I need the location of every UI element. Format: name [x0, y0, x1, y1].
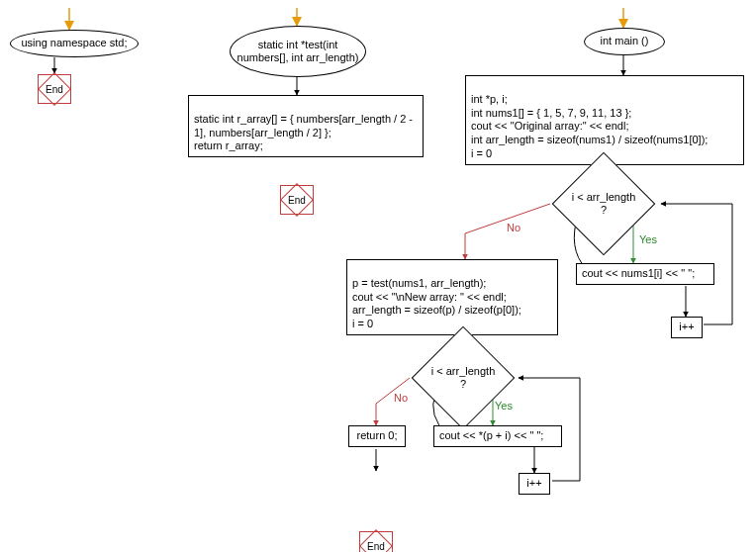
block1-entry-ellipse: using namespace std; [10, 30, 139, 57]
block2-entry-text: static int *test(int numbers[], int arr_… [236, 39, 359, 64]
block2-entry-ellipse: static int *test(int numbers[], int arr_… [230, 26, 366, 77]
cond1-no-label: No [507, 222, 520, 233]
flowchart-canvas: using namespace std; End static int *tes… [0, 0, 756, 552]
main-init-rect: int *p, i; int nums1[] = { 1, 5, 7, 9, 1… [465, 75, 744, 165]
main-loop1-inc-text: i++ [679, 321, 694, 332]
main-after1-rect: p = test(nums1, arr_length); cout << "\n… [346, 259, 558, 335]
main-end-symbol: End [359, 531, 393, 552]
main-entry-text: int main () [601, 35, 649, 47]
main-cond2-decision: i < arr_length ? [426, 341, 500, 414]
main-loop2-inc-rect: i++ [519, 473, 550, 495]
main-return-rect: return 0; [348, 425, 406, 447]
main-cond2-label: i < arr_length ? [426, 341, 500, 414]
end-label: End [288, 195, 306, 206]
main-init-text: int *p, i; int nums1[] = { 1, 5, 7, 9, 1… [471, 93, 708, 159]
main-loop1-body-text: cout << nums1[i] << " "; [582, 267, 695, 279]
block2-end-symbol: End [280, 185, 314, 215]
main-loop1-body-rect: cout << nums1[i] << " "; [576, 263, 714, 285]
block1-entry-text: using namespace std; [21, 37, 127, 49]
main-cond1-label: i < arr_length ? [567, 167, 640, 240]
main-cond1-decision: i < arr_length ? [567, 167, 640, 240]
main-loop2-inc-text: i++ [526, 477, 541, 489]
main-after1-text: p = test(nums1, arr_length); cout << "\n… [352, 277, 521, 329]
main-entry-ellipse: int main () [584, 28, 665, 55]
cond2-no-label: No [394, 392, 408, 404]
end-label: End [367, 541, 385, 552]
cond2-yes-label: Yes [495, 400, 513, 412]
block1-end-symbol: End [38, 74, 71, 104]
main-loop2-body-text: cout << *(p + i) << " "; [439, 429, 543, 441]
block2-body-rect: static int r_array[] = { numbers[arr_len… [188, 95, 424, 157]
end-label: End [46, 84, 63, 95]
main-loop1-inc-rect: i++ [671, 317, 703, 338]
main-loop2-body-rect: cout << *(p + i) << " "; [433, 425, 562, 447]
main-return-text: return 0; [357, 429, 398, 441]
block2-body-text: static int r_array[] = { numbers[arr_len… [194, 113, 413, 152]
cond1-yes-label: Yes [639, 233, 657, 245]
